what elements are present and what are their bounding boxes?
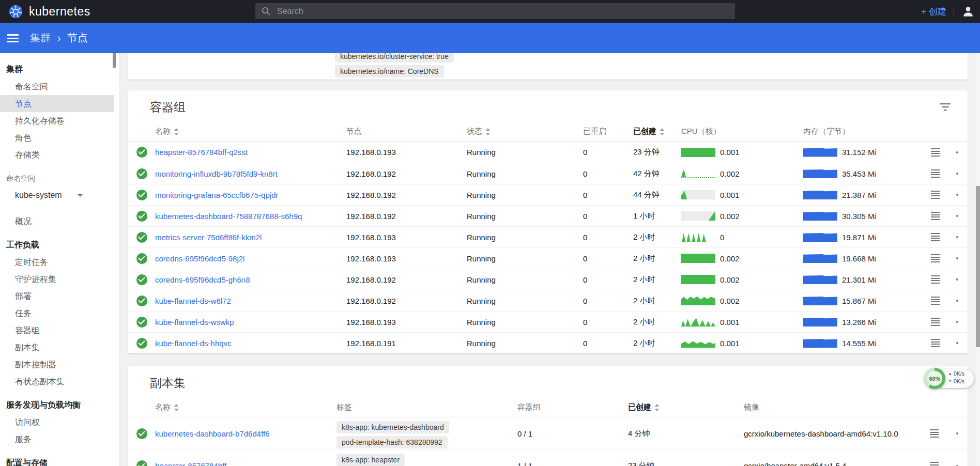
sort-icon: [174, 404, 179, 411]
logs-icon[interactable]: [931, 191, 940, 199]
network-monitor-widget[interactable]: 60% ▲ 0K/s ▼ 0K/s: [924, 368, 974, 390]
column-header[interactable]: 名称: [155, 402, 336, 412]
pod-created: 2 小时: [633, 296, 681, 306]
row-menu-icon[interactable]: [956, 300, 958, 302]
pod-created: 2 小时: [633, 275, 681, 285]
sidebar-item[interactable]: 节点: [0, 95, 114, 112]
pod-node: 192.168.0.192: [346, 212, 467, 221]
replicaset-name-link[interactable]: kubernetes-dashboard-b7d6d4ff6: [155, 429, 270, 438]
pod-restarts: 0: [583, 212, 633, 221]
memory-cell: 21.387 Mi: [803, 190, 923, 199]
pod-restarts: 0: [583, 254, 633, 263]
row-menu-icon[interactable]: [956, 432, 958, 434]
status-cell: [128, 147, 155, 158]
pod-name-link[interactable]: metrics-server-75d6ff86f-kkm2l: [155, 233, 262, 242]
logs-icon[interactable]: [931, 233, 940, 241]
logs-icon[interactable]: [930, 462, 939, 466]
row-menu-icon[interactable]: [956, 321, 958, 323]
logs-icon[interactable]: [931, 297, 940, 305]
sidebar-item[interactable]: 有状态副本集: [0, 373, 114, 390]
search-input[interactable]: [276, 6, 735, 17]
row-menu-icon[interactable]: [956, 257, 958, 259]
cpu-sparkline: [681, 296, 715, 305]
pod-name-link[interactable]: kube-flannel-ds-w6l72: [155, 297, 231, 305]
memory-spark-fill: [803, 169, 837, 178]
sidebar-item[interactable]: 存储类: [0, 146, 114, 163]
memory-value: 31.152 Mi: [842, 148, 876, 157]
replicaset-name-link[interactable]: heapster-8576784bff: [155, 461, 226, 466]
sidebar-item[interactable]: 命名空间: [0, 78, 114, 95]
pods-table-header: 名称节点状态已重启已创建CPU（核）内存（字节）: [128, 122, 968, 142]
logs-icon[interactable]: [931, 275, 940, 284]
memory-cell: 30.305 Mi: [803, 211, 923, 221]
logs-icon[interactable]: [931, 169, 940, 178]
cpu-value: 0: [720, 233, 724, 242]
pod-name-link[interactable]: coredns-695f96dcd5-gh6n8: [155, 275, 250, 284]
sidebar-item[interactable]: 任务: [0, 305, 114, 322]
page-scrollbar-thumb[interactable]: [976, 186, 980, 347]
sidebar-item[interactable]: 服务: [0, 431, 114, 448]
row-menu-icon[interactable]: [956, 278, 958, 281]
sidebar-item[interactable]: 守护进程集: [0, 271, 114, 288]
menu-cell: [947, 300, 968, 302]
sidebar-item[interactable]: 定时任务: [0, 254, 114, 271]
row-menu-icon[interactable]: [956, 173, 958, 175]
sidebar-item[interactable]: 概况: [0, 213, 114, 230]
sidebar-item[interactable]: 容器组: [0, 322, 114, 339]
replicaset-pods: 0 / 1: [517, 429, 628, 438]
pod-name-link[interactable]: monitoring-influxdb-9b78f5fd9-kn8rt: [155, 169, 278, 178]
pod-name-link[interactable]: kubernetes-dashboard-7588787688-s6h9q: [155, 212, 302, 221]
table-row: metrics-server-75d6ff86f-kkm2l192.168.0.…: [128, 226, 968, 247]
column-label: 容器组: [517, 402, 541, 412]
row-menu-icon[interactable]: [956, 194, 958, 196]
sidebar-item[interactable]: 角色: [0, 129, 114, 146]
logs-cell: [921, 462, 947, 466]
logs-icon[interactable]: [931, 318, 940, 326]
breadcrumb-current: 节点: [67, 31, 88, 45]
sidebar-item[interactable]: 持久化存储卷: [0, 112, 114, 129]
logs-cell: [923, 318, 947, 326]
pods-card: 容器组 名称节点状态已重启已创建CPU（核）内存（字节） heapster-85…: [128, 90, 968, 353]
row-menu-icon[interactable]: [956, 215, 958, 217]
memory-cell: 31.152 Mi: [803, 148, 923, 157]
replicaset-pods: 1 / 1: [517, 461, 628, 466]
pod-status: Running: [467, 148, 583, 157]
column-header[interactable]: 已创建: [628, 402, 744, 412]
pod-created: 2 小时: [633, 232, 681, 242]
pod-name-link[interactable]: kube-flannel-ds-hhqvc: [155, 339, 232, 348]
sidebar-item[interactable]: 副本控制器: [0, 356, 114, 373]
pod-name-link[interactable]: kube-flannel-ds-wswkp: [155, 318, 234, 327]
menu-icon[interactable]: [7, 34, 19, 42]
sidebar-scrollbar-thumb[interactable]: [113, 53, 116, 68]
logs-icon[interactable]: [931, 254, 940, 262]
breadcrumb-parent[interactable]: 集群: [30, 31, 51, 45]
pod-name-link[interactable]: heapster-8576784bff-q2sst: [155, 148, 248, 157]
column-header[interactable]: 名称: [155, 127, 346, 136]
cpu-value: 0.002: [720, 169, 740, 178]
logs-icon[interactable]: [931, 148, 940, 157]
account-icon[interactable]: [961, 5, 975, 18]
topbar-divider: [954, 6, 954, 17]
cpu-value: 0.002: [720, 275, 740, 284]
pod-name-link[interactable]: coredns-695f96dcd5-98j2l: [155, 254, 244, 263]
column-header[interactable]: 已创建: [633, 127, 681, 136]
pod-name-link[interactable]: monitoring-grafana-65ccfb675-qpjdr: [155, 191, 278, 199]
namespace-select[interactable]: kube-system: [0, 185, 114, 206]
row-menu-icon[interactable]: [956, 342, 958, 344]
row-menu-icon[interactable]: [956, 236, 958, 238]
sidebar-item[interactable]: 副本集: [0, 339, 114, 356]
logs-icon[interactable]: [931, 339, 940, 347]
status-cell: [128, 168, 155, 179]
cpu-spark-fill: [681, 232, 715, 242]
logs-icon[interactable]: [931, 212, 940, 220]
logs-icon[interactable]: [930, 429, 939, 438]
cpu-spark-fill: [681, 211, 715, 221]
status-ok-icon: [136, 296, 147, 306]
column-label: 名称: [155, 127, 171, 136]
create-button[interactable]: + 创建: [921, 6, 946, 18]
sidebar-item[interactable]: 部署: [0, 288, 114, 305]
row-menu-icon[interactable]: [956, 151, 958, 153]
column-header[interactable]: 状态: [467, 127, 583, 136]
filter-icon[interactable]: [939, 102, 952, 114]
sidebar-item[interactable]: 访问权: [0, 414, 114, 431]
